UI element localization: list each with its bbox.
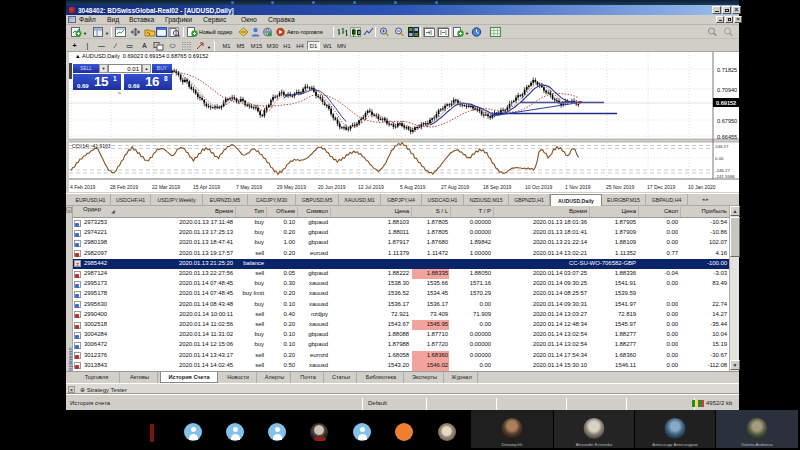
svg-text:25 Nov 2019: 25 Nov 2019 bbox=[606, 184, 635, 190]
svg-text:0.69152: 0.69152 bbox=[716, 100, 736, 106]
svg-text:0.00: 0.00 bbox=[715, 156, 724, 161]
svg-text:4 Feb 2019: 4 Feb 2019 bbox=[70, 184, 96, 190]
svg-text:0.67950: 0.67950 bbox=[717, 118, 737, 124]
svg-text:27 Aug 2019: 27 Aug 2019 bbox=[441, 184, 469, 190]
svg-text:0.66455: 0.66455 bbox=[717, 134, 737, 140]
svg-text:10 Jan 2020: 10 Jan 2020 bbox=[688, 184, 716, 190]
svg-text:28 Feb 2019: 28 Feb 2019 bbox=[110, 184, 138, 190]
svg-text:29 May 2019: 29 May 2019 bbox=[277, 184, 306, 190]
svg-text:7 May 2019: 7 May 2019 bbox=[236, 184, 262, 190]
svg-text:1 Nov 2019: 1 Nov 2019 bbox=[565, 184, 591, 190]
svg-text:20 Jun 2019: 20 Jun 2019 bbox=[318, 184, 346, 190]
svg-text:10 Oct 2019: 10 Oct 2019 bbox=[525, 184, 552, 190]
svg-text:0.70940: 0.70940 bbox=[717, 87, 737, 93]
svg-text:246.27: 246.27 bbox=[715, 144, 729, 149]
svg-text:-246.27: -246.27 bbox=[715, 168, 730, 173]
svg-text:18 Sep 2019: 18 Sep 2019 bbox=[483, 184, 512, 190]
svg-text:17 Dec 2019: 17 Dec 2019 bbox=[647, 184, 676, 190]
svg-text:15 Apr 2019: 15 Apr 2019 bbox=[193, 184, 220, 190]
svg-text:0.71825: 0.71825 bbox=[717, 67, 737, 73]
svg-text:22 Mar 2019: 22 Mar 2019 bbox=[152, 184, 180, 190]
svg-text:5 Aug 2019: 5 Aug 2019 bbox=[400, 184, 426, 190]
svg-text:12 Jul 2019: 12 Jul 2019 bbox=[358, 184, 384, 190]
svg-text:CCI(14) -41.9103: CCI(14) -41.9103 bbox=[72, 143, 111, 149]
svg-text:-241.5586: -241.5586 bbox=[715, 174, 735, 179]
